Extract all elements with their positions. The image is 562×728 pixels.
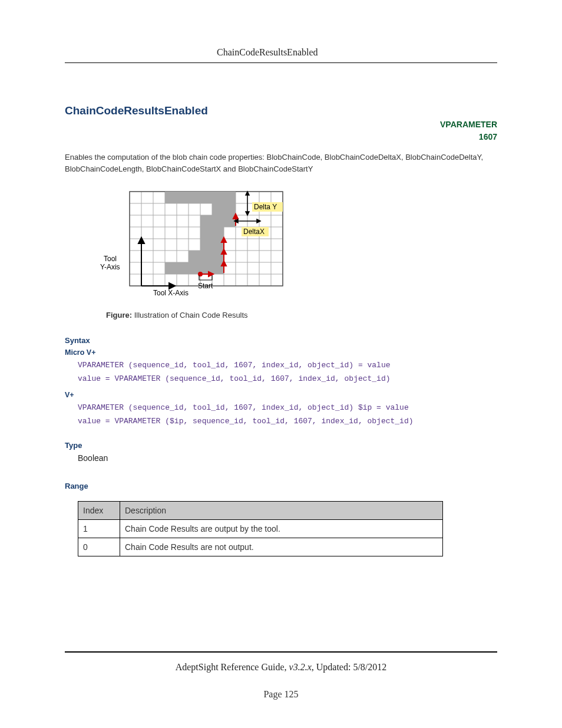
figure-caption: Figure: Illustration of Chain Code Resul…: [106, 311, 497, 319]
type-value: Boolean: [78, 453, 497, 463]
page-title: ChainCodeResultsEnabled: [65, 104, 497, 117]
svg-rect-26: [200, 215, 236, 227]
footer-divider: [65, 651, 497, 653]
chain-code-illustration: Delta Y DeltaX: [82, 186, 295, 298]
cell-desc: Chain Code Results are output by the too…: [120, 520, 443, 538]
col-description: Description: [120, 502, 443, 520]
header-divider: [65, 62, 497, 63]
svg-marker-49: [257, 219, 260, 223]
svg-marker-53: [169, 283, 175, 289]
svg-rect-28: [200, 239, 224, 251]
tool-y-label-line2: Y-Axis: [100, 263, 120, 271]
cell-index: 0: [78, 538, 120, 556]
delta-x-label: DeltaX: [243, 228, 265, 236]
table-header-row: Index Description: [78, 502, 443, 520]
cell-index: 1: [78, 520, 120, 538]
type-heading: Type: [65, 441, 497, 450]
start-label: Start: [198, 282, 213, 290]
col-index: Index: [78, 502, 120, 520]
svg-marker-45: [246, 192, 249, 195]
vparameter-badge: VPARAMETER 1607: [65, 118, 497, 143]
figure-caption-text: Illustration of Chain Code Results: [134, 311, 248, 319]
micro-vplus-heading: Micro V+: [65, 348, 497, 357]
footer-updated: , Updated: 5/8/2012: [312, 662, 387, 672]
svg-rect-30: [165, 262, 224, 274]
syntax-heading: Syntax: [65, 336, 497, 345]
table-row: 0 Chain Code Results are not output.: [78, 538, 443, 556]
figure: Delta Y DeltaX: [82, 186, 497, 319]
range-heading: Range: [65, 482, 497, 490]
svg-rect-25: [212, 203, 236, 215]
intro-text: Enables the computation of the blob chai…: [65, 151, 497, 175]
cell-desc: Chain Code Results are not output.: [120, 538, 443, 556]
page-footer: AdeptSight Reference Guide, v3.2.x, Upda…: [65, 651, 497, 700]
svg-marker-46: [246, 212, 249, 215]
tool-y-label-line1: Tool: [104, 255, 117, 263]
tool-x-label: Tool X-Axis: [153, 289, 189, 297]
svg-rect-29: [189, 251, 224, 262]
micro-vplus-code: VPARAMETER (sequence_id, tool_id, 1607, …: [78, 359, 497, 386]
svg-rect-27: [200, 227, 224, 239]
footer-guide: AdeptSight Reference Guide: [176, 662, 285, 672]
figure-caption-label: Figure:: [106, 311, 132, 319]
vparameter-label: VPARAMETER: [440, 120, 497, 129]
range-table: Index Description 1 Chain Code Results a…: [78, 501, 443, 556]
delta-y-label: Delta Y: [254, 203, 277, 211]
running-header: ChainCodeResultsEnabled: [217, 47, 497, 58]
vplus-code: VPARAMETER (sequence_id, tool_id, 1607, …: [78, 401, 497, 429]
table-row: 1 Chain Code Results are output by the t…: [78, 520, 443, 538]
page-number: Page 125: [65, 689, 497, 700]
vplus-heading: V+: [65, 391, 497, 399]
svg-rect-24: [165, 192, 236, 203]
vparameter-number: 1607: [479, 132, 497, 141]
footer-version: , v3.2.x: [285, 662, 312, 672]
